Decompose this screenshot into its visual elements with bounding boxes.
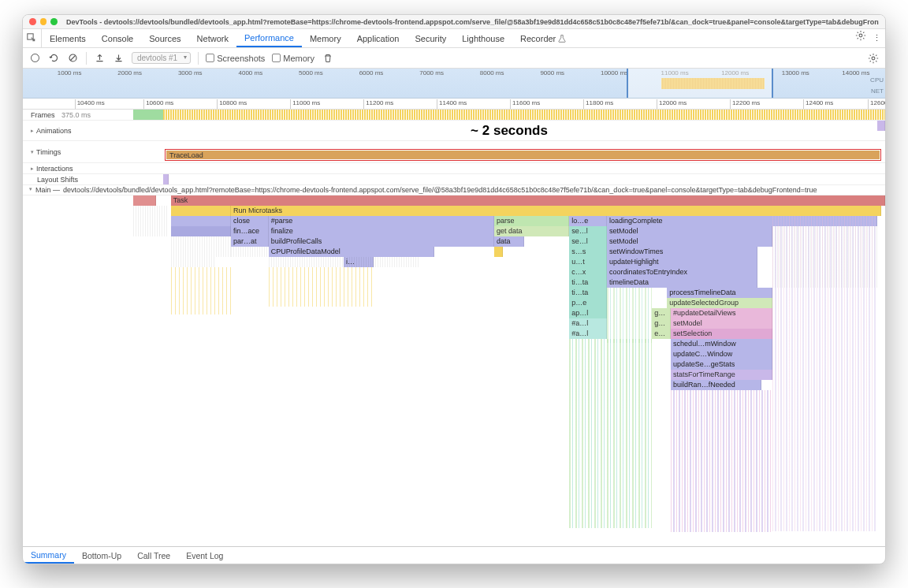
flame-bar[interactable]: setModel: [607, 236, 772, 247]
upload-icon[interactable]: [94, 52, 106, 64]
flame-bar[interactable]: #parse: [269, 216, 494, 226]
flame-bar[interactable]: timelineData: [607, 277, 757, 288]
flame-bar[interactable]: fin…ace: [231, 226, 269, 236]
flame-bar[interactable]: par…at: [231, 236, 269, 247]
timings-track[interactable]: ▾Timings TraceLoad: [23, 141, 885, 163]
flame-bar[interactable]: #a…l: [569, 329, 607, 339]
flame-bar[interactable]: updateHighlight: [607, 257, 757, 267]
inspect-icon[interactable]: [23, 29, 42, 47]
flame-bar[interactable]: [171, 216, 231, 226]
profile-selector[interactable]: devtools #1: [132, 52, 191, 64]
flame-bar[interactable]: se…l: [569, 226, 607, 236]
flame-bar[interactable]: se…l: [569, 236, 607, 247]
titlebar: DevTools - devtools://devtools/bundled/d…: [23, 15, 885, 29]
svg-point-1: [859, 34, 862, 37]
flame-bar[interactable]: s…s: [569, 247, 607, 257]
layout-shifts-label: Layout Shifts: [37, 176, 78, 184]
close-icon[interactable]: [29, 18, 36, 25]
frames-val: 375.0 ms: [61, 111, 91, 119]
chevron-right-icon[interactable]: ▸: [31, 166, 34, 172]
animation-bar[interactable]: [877, 121, 885, 131]
ov-tick: 6000 ms: [359, 69, 384, 76]
flame-bar[interactable]: [171, 226, 231, 236]
tab-performance[interactable]: Performance: [236, 29, 302, 47]
flame-bar[interactable]: updateSe…geStats: [671, 359, 772, 370]
flame-bar[interactable]: setModel: [671, 318, 772, 329]
flame-bar[interactable]: buildRan…fNeeded: [671, 380, 761, 390]
flame-bar[interactable]: finalize: [269, 226, 494, 236]
flame-bar-task[interactable]: Task: [171, 195, 885, 206]
tab-memory[interactable]: Memory: [302, 29, 349, 47]
flame-bar[interactable]: setWindowTimes: [607, 247, 757, 257]
tab-elements[interactable]: Elements: [42, 29, 94, 47]
trash-icon[interactable]: [322, 52, 333, 64]
frames-track[interactable]: Frames 375.0 ms: [23, 110, 885, 121]
chevron-right-icon[interactable]: ▸: [31, 128, 34, 134]
flame-bar[interactable]: close: [231, 216, 269, 226]
traceload-marker[interactable]: TraceLoad: [165, 149, 881, 161]
flame-bar[interactable]: [133, 195, 156, 206]
interactions-track[interactable]: ▸Interactions: [23, 163, 885, 174]
flame-bar[interactable]: processTimelineData: [667, 288, 772, 298]
memory-checkbox[interactable]: Memory: [272, 54, 314, 63]
animations-track[interactable]: ▸Animations ~ 2 seconds: [23, 121, 885, 141]
tab-lighthouse[interactable]: Lighthouse: [454, 29, 512, 47]
flame-bar[interactable]: CPUProfileDataModel: [269, 247, 434, 257]
flame-bar[interactable]: #updateDetailViews: [671, 308, 772, 318]
tab-console[interactable]: Console: [94, 29, 141, 47]
flame-bar-microtasks[interactable]: Run Microtasks: [231, 206, 881, 216]
flame-bar[interactable]: statsForTimeRange: [671, 370, 772, 380]
flame-bar[interactable]: data: [494, 236, 524, 247]
tab-recorder[interactable]: Recorder: [512, 29, 574, 47]
timeline-overview[interactable]: 1000 ms 2000 ms 3000 ms 4000 ms 5000 ms …: [23, 69, 885, 99]
flame-bar[interactable]: get data: [494, 226, 569, 236]
chevron-down-icon[interactable]: ▾: [31, 149, 34, 155]
flame-bar[interactable]: updateSelectedGroup: [667, 298, 772, 308]
flame-bar[interactable]: setModel: [607, 226, 772, 236]
layout-shift-bar[interactable]: [163, 174, 169, 184]
chevron-down-icon[interactable]: ▾: [29, 186, 32, 194]
flame-bar[interactable]: ti…ta: [569, 277, 607, 288]
flame-bar[interactable]: e…: [652, 329, 671, 339]
flame-bar[interactable]: setSelection: [671, 329, 772, 339]
flame-bar[interactable]: p…e: [569, 298, 607, 308]
minimize-icon[interactable]: [40, 18, 47, 25]
flame-bar[interactable]: lo…e: [569, 216, 607, 226]
flame-bar[interactable]: g…: [652, 318, 671, 329]
download-icon[interactable]: [113, 52, 125, 64]
kebab-icon[interactable]: ⋮: [868, 29, 885, 47]
flame-bar[interactable]: buildProfileCalls: [269, 236, 494, 247]
flame-bar[interactable]: [494, 247, 503, 257]
flame-bar[interactable]: u…t: [569, 257, 607, 267]
flame-bar[interactable]: ap…l: [569, 308, 607, 318]
main-track-header[interactable]: ▾ Main — devtools://devtools/bundled/dev…: [23, 185, 885, 195]
clear-icon[interactable]: [67, 52, 79, 64]
flame-bar[interactable]: g…: [652, 308, 671, 318]
flame-bar[interactable]: ti…ta: [569, 288, 607, 298]
flame-bar[interactable]: updateC…Window: [671, 349, 772, 359]
record-icon[interactable]: [29, 52, 41, 64]
gear-icon[interactable]: [854, 29, 866, 41]
tab-security[interactable]: Security: [407, 29, 454, 47]
detail-ruler[interactable]: 10400 ms 10600 ms 10800 ms 11000 ms 1120…: [23, 99, 885, 110]
flame-bar[interactable]: schedul…mWindow: [671, 339, 772, 349]
maximize-icon[interactable]: [50, 18, 58, 25]
gear-icon[interactable]: [867, 52, 879, 64]
tab-summary[interactable]: Summary: [23, 547, 74, 564]
tab-event-log[interactable]: Event Log: [178, 547, 231, 564]
tab-call-tree[interactable]: Call Tree: [129, 547, 178, 564]
overview-selection[interactable]: [627, 69, 773, 98]
flame-bar[interactable]: coordinatesToEntryIndex: [607, 267, 757, 277]
screenshots-checkbox[interactable]: Screenshots: [206, 54, 265, 63]
flame-bar[interactable]: [171, 206, 231, 216]
flame-bar[interactable]: #a…l: [569, 318, 607, 329]
reload-icon[interactable]: [48, 52, 60, 64]
tab-application[interactable]: Application: [349, 29, 407, 47]
flame-chart[interactable]: Task Run Microtasks close #parse parse l…: [133, 195, 885, 534]
flame-bar[interactable]: parse: [494, 216, 569, 226]
layout-shifts-track[interactable]: Layout Shifts: [23, 174, 885, 185]
tab-bottom-up[interactable]: Bottom-Up: [74, 547, 129, 564]
tab-sources[interactable]: Sources: [141, 29, 188, 47]
tab-network[interactable]: Network: [189, 29, 236, 47]
flame-bar[interactable]: c…x: [569, 267, 607, 277]
